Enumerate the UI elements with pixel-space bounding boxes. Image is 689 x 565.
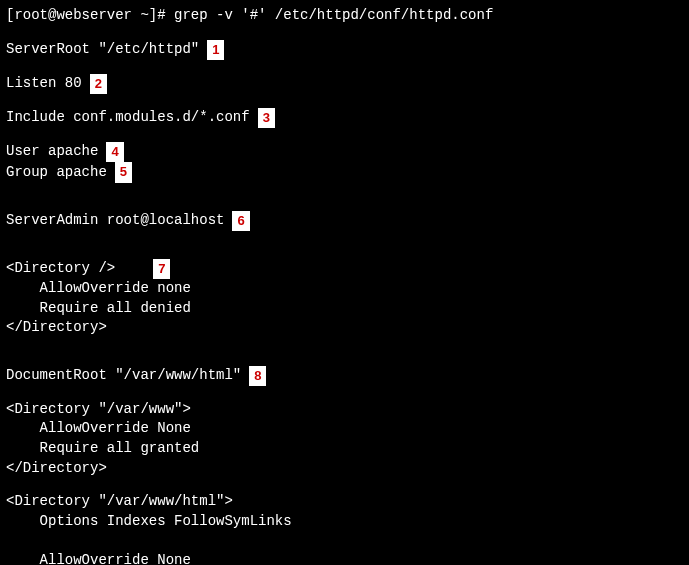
config-text: Include conf.modules.d/*.conf bbox=[6, 108, 250, 128]
config-text: DocumentRoot "/var/www/html" bbox=[6, 366, 241, 386]
annotation-badge-5: 5 bbox=[115, 162, 132, 182]
config-text: Group apache bbox=[6, 163, 107, 183]
config-line: AllowOverride None bbox=[6, 551, 683, 565]
config-text: AllowOverride None bbox=[6, 551, 191, 565]
config-line-group: Group apache 5 bbox=[6, 162, 683, 182]
command-line: [root@webserver ~]# grep -v '#' /etc/htt… bbox=[6, 6, 683, 26]
annotation-badge-6: 6 bbox=[232, 211, 249, 231]
config-text: <Directory "/var/www/html"> bbox=[6, 492, 233, 512]
config-line: <Directory "/var/www"> bbox=[6, 400, 683, 420]
config-line: </Directory> bbox=[6, 318, 683, 338]
config-line: Require all denied bbox=[6, 299, 683, 319]
annotation-badge-8: 8 bbox=[249, 366, 266, 386]
config-text: AllowOverride None bbox=[6, 419, 191, 439]
annotation-badge-1: 1 bbox=[207, 40, 224, 60]
config-line-include: Include conf.modules.d/*.conf 3 bbox=[6, 108, 683, 128]
config-text: <Directory /> bbox=[6, 259, 115, 279]
config-text: AllowOverride none bbox=[6, 279, 191, 299]
config-line: AllowOverride none bbox=[6, 279, 683, 299]
config-line: </Directory> bbox=[6, 459, 683, 479]
config-text: Listen 80 bbox=[6, 74, 82, 94]
config-line-listen: Listen 80 2 bbox=[6, 74, 683, 94]
annotation-badge-4: 4 bbox=[106, 142, 123, 162]
config-line-documentroot: DocumentRoot "/var/www/html" 8 bbox=[6, 366, 683, 386]
config-line bbox=[6, 531, 683, 551]
annotation-badge-3: 3 bbox=[258, 108, 275, 128]
config-line: Options Indexes FollowSymLinks bbox=[6, 512, 683, 532]
config-text: </Directory> bbox=[6, 459, 107, 479]
config-text: Options Indexes FollowSymLinks bbox=[6, 512, 292, 532]
config-text: </Directory> bbox=[6, 318, 107, 338]
config-line-serveradmin: ServerAdmin root@localhost 6 bbox=[6, 211, 683, 231]
config-text: Require all denied bbox=[6, 299, 191, 319]
config-line-user: User apache 4 bbox=[6, 142, 683, 162]
config-text: ServerRoot "/etc/httpd" bbox=[6, 40, 199, 60]
config-line: AllowOverride None bbox=[6, 419, 683, 439]
config-line-directory-root: <Directory /> 7 bbox=[6, 259, 683, 279]
annotation-badge-2: 2 bbox=[90, 74, 107, 94]
config-text: <Directory "/var/www"> bbox=[6, 400, 191, 420]
config-text: ServerAdmin root@localhost bbox=[6, 211, 224, 231]
config-text: User apache bbox=[6, 142, 98, 162]
config-line: <Directory "/var/www/html"> bbox=[6, 492, 683, 512]
shell-prompt: [root@webserver ~]# bbox=[6, 6, 174, 26]
config-text: Require all granted bbox=[6, 439, 199, 459]
annotation-badge-7: 7 bbox=[153, 259, 170, 279]
config-line-serverroot: ServerRoot "/etc/httpd" 1 bbox=[6, 40, 683, 60]
command-text: grep -v '#' /etc/httpd/conf/httpd.conf bbox=[174, 6, 493, 26]
config-line: Require all granted bbox=[6, 439, 683, 459]
terminal-output: [root@webserver ~]# grep -v '#' /etc/htt… bbox=[6, 6, 683, 565]
